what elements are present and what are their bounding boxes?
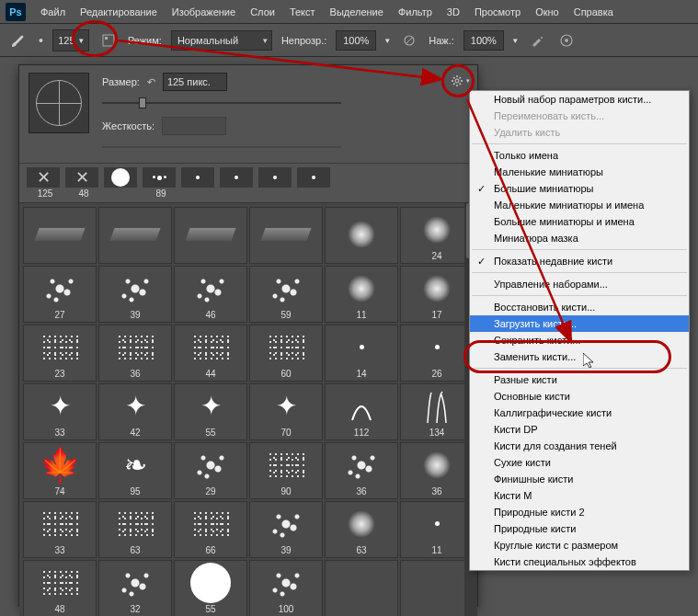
brush-preset[interactable]: 63 (98, 501, 172, 558)
brush-preset[interactable]: 24 (400, 207, 474, 264)
menu-Текст[interactable]: Текст (282, 0, 323, 24)
hardness-input[interactable] (162, 117, 226, 135)
brush-preset[interactable]: 14 (325, 325, 398, 382)
brush-preset[interactable]: ✦55 (174, 383, 247, 440)
brush-preset[interactable]: 11 (325, 266, 398, 323)
opacity-field[interactable]: 100% (336, 30, 376, 51)
recent-brush[interactable]: ✕48 (65, 167, 102, 199)
menu-item[interactable]: Маленькие миниатюры (470, 164, 689, 180)
menu-item[interactable]: Только имена (470, 147, 689, 164)
size-input[interactable]: 125 пикс. (163, 73, 227, 91)
menu-item[interactable]: Заменить кисти... (470, 348, 689, 365)
brush-preset[interactable]: 48 (23, 560, 97, 616)
brush-preset[interactable]: 46 (174, 266, 247, 323)
brush-tip-preview[interactable] (29, 73, 89, 133)
pressure-size-icon[interactable] (556, 30, 577, 51)
brush-preset[interactable]: 26 (400, 325, 474, 382)
brush-preset[interactable]: 39 (98, 266, 172, 323)
menu-item[interactable]: Кисти DP (470, 421, 689, 438)
brush-preset[interactable]: 32 (98, 560, 172, 616)
brush-preset[interactable]: 🍁74 (23, 442, 97, 499)
pressure-opacity-icon[interactable] (399, 30, 419, 51)
airbrush-icon[interactable] (527, 30, 547, 51)
menu-item[interactable]: Кисти М (470, 487, 689, 504)
brush-preset[interactable]: ✦42 (98, 383, 172, 440)
brush-preset[interactable] (325, 560, 398, 616)
menu-item[interactable]: Круглые кисти с размером (470, 537, 689, 553)
reset-size-icon[interactable]: ↶ (147, 76, 155, 88)
brush-preset[interactable]: 134 (400, 383, 474, 440)
brush-preset[interactable]: 90 (249, 442, 323, 499)
menu-Файл[interactable]: Файл (33, 0, 73, 24)
menu-item[interactable]: Природные кисти 2 (470, 504, 689, 520)
size-slider[interactable] (102, 95, 341, 111)
brush-preset[interactable] (23, 207, 97, 264)
brush-tool-icon[interactable] (7, 29, 29, 51)
brush-preset[interactable] (325, 207, 398, 264)
brush-preset[interactable]: 36 (325, 442, 398, 499)
menu-item[interactable]: Основные кисти (470, 388, 689, 405)
blend-mode-select[interactable]: Нормальный (171, 30, 272, 51)
menu-item[interactable]: Восстановить кисти... (470, 299, 689, 315)
menu-item[interactable]: Каллиграфические кисти (470, 405, 689, 421)
brush-preset[interactable]: 59 (249, 266, 323, 323)
recent-brush[interactable]: 89 (143, 167, 179, 199)
menu-item[interactable]: Разные кисти (470, 371, 689, 388)
menu-Просмотр[interactable]: Просмотр (467, 0, 528, 24)
brush-preset[interactable]: 36 (400, 442, 474, 499)
brush-panel-toggle-icon[interactable] (98, 30, 119, 51)
menu-item[interactable]: Кисти специальных эффектов (470, 553, 689, 570)
recent-brush[interactable] (181, 167, 218, 199)
brush-preset[interactable]: 112 (325, 383, 398, 440)
menu-item[interactable]: Маленькие миниатюры и имена (470, 197, 689, 213)
brush-preset[interactable]: 60 (249, 325, 323, 382)
brush-preset[interactable]: 66 (174, 501, 247, 558)
brush-preset[interactable] (98, 207, 172, 264)
brush-preset[interactable]: 36 (98, 325, 172, 382)
menu-item[interactable]: Новый набор параметров кисти... (470, 91, 689, 108)
brush-preset[interactable] (174, 207, 247, 264)
menu-Справка[interactable]: Справка (566, 0, 621, 24)
menu-item[interactable]: Большие миниатюры (470, 180, 689, 197)
menu-Редактирование[interactable]: Редактирование (73, 0, 165, 24)
panel-menu-gear-icon[interactable]: ▾ (450, 73, 470, 89)
brush-preset[interactable]: ✦70 (249, 383, 323, 440)
brush-size-dropdown[interactable]: 125 ▾ (52, 29, 89, 51)
brush-preset[interactable]: 17 (400, 266, 474, 323)
recent-brush[interactable] (104, 167, 141, 199)
brush-preset[interactable]: 11 (400, 501, 474, 558)
brush-preset[interactable] (400, 560, 474, 616)
menu-item[interactable]: Природные кисти (470, 520, 689, 537)
menu-item[interactable]: Управление наборами... (470, 276, 689, 292)
menu-Окно[interactable]: Окно (528, 0, 566, 24)
menu-Слои[interactable]: Слои (243, 0, 282, 24)
brush-preset[interactable]: 55 (174, 560, 247, 616)
brush-preset[interactable]: 27 (23, 266, 97, 323)
brush-preset[interactable]: 100 (249, 560, 323, 616)
recent-brush[interactable] (258, 167, 295, 199)
brush-preset[interactable]: ❧95 (98, 442, 172, 499)
brush-preset[interactable]: 63 (325, 501, 398, 558)
menu-item[interactable]: Загрузить кисти... (470, 315, 689, 332)
menu-item[interactable]: Сухие кисти (470, 454, 689, 471)
brush-preset[interactable]: 44 (174, 325, 247, 382)
menu-Изображение[interactable]: Изображение (165, 0, 243, 24)
chevron-down-icon[interactable]: ▾ (385, 36, 390, 45)
menu-item[interactable]: Кисти для создания теней (470, 438, 689, 454)
menu-Фильтр[interactable]: Фильтр (391, 0, 440, 24)
brush-preset[interactable]: 29 (174, 442, 247, 499)
recent-brush[interactable] (297, 167, 334, 199)
menu-item[interactable]: Показать недавние кисти (470, 253, 689, 269)
menu-item[interactable]: Финишные кисти (470, 471, 689, 487)
menu-3D[interactable]: 3D (440, 0, 467, 24)
brush-preset[interactable]: 33 (23, 501, 97, 558)
brush-preset[interactable]: 39 (249, 501, 323, 558)
menu-Выделение[interactable]: Выделение (323, 0, 391, 24)
chevron-down-icon[interactable]: ▾ (513, 36, 518, 45)
hardness-slider[interactable] (102, 139, 341, 155)
menu-item[interactable]: Большие миниатюры и имена (470, 213, 689, 230)
flow-field[interactable]: 100% (463, 30, 504, 51)
menu-item[interactable]: Миниатюра мазка (470, 230, 689, 246)
menu-item[interactable]: Сохранить кисти... (470, 332, 689, 348)
brush-preset[interactable] (249, 207, 323, 264)
